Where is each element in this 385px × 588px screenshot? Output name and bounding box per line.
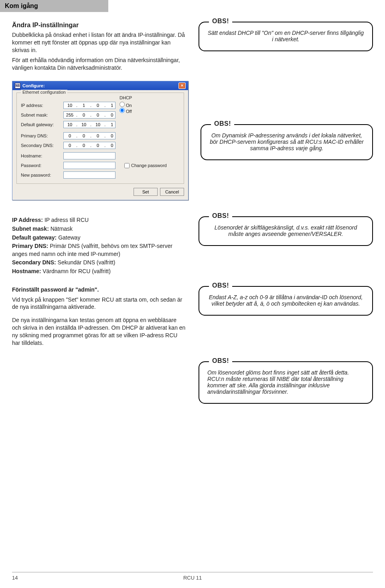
callout-legend: OBS!: [209, 357, 232, 364]
ip-label: IP address:: [21, 103, 61, 108]
sdns-label: Secondary DNS:: [21, 143, 61, 148]
subnet-input[interactable]: . . .: [63, 111, 116, 119]
callout-legend: OBS!: [209, 282, 232, 289]
hostname-input[interactable]: [63, 152, 116, 159]
newpassword-label: New password:: [21, 173, 61, 177]
header-band: Kom igång: [0, 0, 108, 12]
set-button[interactable]: Set: [134, 188, 158, 196]
cancel-button[interactable]: Cancel: [160, 188, 184, 196]
field-definitions: IP Address: IP adress till RCU Subnet ma…: [12, 216, 186, 276]
callout-legend: OBS!: [209, 18, 232, 25]
set-restart-note: Vid tryck på knappen "Set" kommer RCU at…: [12, 296, 186, 311]
password-label: Password:: [21, 163, 61, 168]
callout-password-lost: OBS! Om lösenordet glöms bort finns inge…: [199, 361, 373, 404]
callout-text: Sätt endast DHCP till "On" om en DHCP-se…: [208, 30, 364, 42]
callout-text: Om lösenordet glöms bort finns inget sät…: [207, 369, 349, 395]
configure-dialog: NB Configure: × Ethernet configuration D…: [12, 81, 188, 200]
dialog-titlebar: NB Configure: ×: [12, 81, 188, 90]
app-icon: NB: [15, 83, 20, 89]
dialog-title: Configure:: [22, 83, 45, 88]
intro-p2: För att erhålla nödvändig information om…: [12, 56, 186, 72]
secondary-dns-input[interactable]: . . .: [63, 142, 116, 149]
primary-dns-input[interactable]: . . .: [63, 132, 116, 139]
callout-legend: OBS!: [211, 120, 234, 127]
callout-text: Lösenordet är skiftlägeskänsligt, d.v.s.…: [215, 224, 357, 237]
intro-p1: Dubbelklicka på önskad enhet i listan fö…: [12, 31, 186, 54]
dhcp-off-radio[interactable]: Off: [120, 108, 132, 114]
section-title: Ändra IP-inställningar: [12, 22, 186, 29]
pdns-label: Primary DNS:: [21, 133, 61, 138]
dhcp-label: DHCP: [120, 95, 132, 100]
change-password-label: Change password: [131, 163, 167, 168]
preset-pw: Förinställt password är "admin".: [12, 286, 99, 293]
new-password-input[interactable]: [63, 171, 116, 179]
gateway-input[interactable]: . . .: [63, 121, 116, 128]
hostname-label: Hostname:: [21, 153, 61, 158]
test-settings-note: De nya inställningarna kan testas genom …: [12, 316, 186, 347]
gw-label: Default gateway:: [21, 122, 61, 127]
callout-text: Om Dynamisk IP-adressering används i det…: [210, 132, 364, 151]
callout-allowed-chars: OBS! Endast A-Z, a-z och 0-9 är tillåtna…: [199, 286, 373, 316]
subnet-label: Subnet mask:: [21, 113, 61, 117]
callout-case-sensitive: OBS! Lösenordet är skiftlägeskänsligt, d…: [199, 216, 373, 246]
ip-address-input[interactable]: . . .: [63, 102, 116, 109]
dhcp-group: DHCP On Off: [120, 95, 132, 114]
page-footer: 14 RCU 11: [0, 572, 385, 581]
password-input[interactable]: [63, 162, 116, 169]
callout-text: Endast A-Z, a-z och 0-9 är tillåtna i an…: [209, 294, 363, 307]
footer-model: RCU 11: [36, 575, 349, 581]
callout-legend: OBS!: [209, 212, 232, 219]
fieldset-legend: Ethernet configuration: [21, 90, 67, 95]
close-icon[interactable]: ×: [178, 83, 186, 89]
page-number: 14: [12, 575, 36, 581]
dhcp-on-radio[interactable]: On: [120, 102, 132, 108]
callout-dynamic-ip: OBS! Om Dynamisk IP-adressering används …: [201, 124, 373, 160]
callout-dhcp-on: OBS! Sätt endast DHCP till "On" om en DH…: [199, 22, 373, 51]
change-password-checkbox[interactable]: [124, 163, 130, 168]
